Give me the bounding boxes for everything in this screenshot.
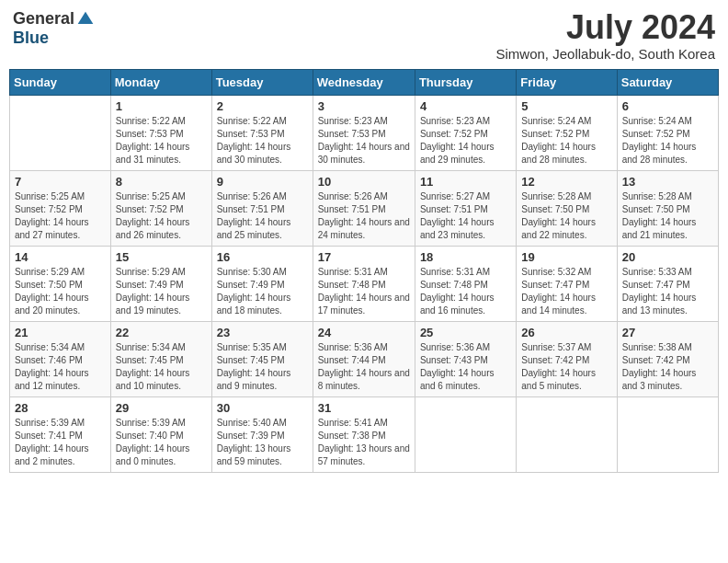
day-number: 16 bbox=[217, 250, 308, 264]
day-info: Sunrise: 5:34 AM Sunset: 7:46 PM Dayligh… bbox=[15, 341, 106, 393]
calendar-cell: 24Sunrise: 5:36 AM Sunset: 7:44 PM Dayli… bbox=[313, 321, 415, 396]
calendar-table: SundayMondayTuesdayWednesdayThursdayFrid… bbox=[9, 69, 719, 473]
calendar-cell: 22Sunrise: 5:34 AM Sunset: 7:45 PM Dayli… bbox=[110, 321, 211, 396]
calendar-cell: 25Sunrise: 5:36 AM Sunset: 7:43 PM Dayli… bbox=[415, 321, 516, 396]
day-info: Sunrise: 5:22 AM Sunset: 7:53 PM Dayligh… bbox=[217, 115, 308, 167]
day-info: Sunrise: 5:25 AM Sunset: 7:52 PM Dayligh… bbox=[116, 190, 207, 242]
day-number: 8 bbox=[116, 175, 207, 189]
location-title: Simwon, Jeollabuk-do, South Korea bbox=[496, 46, 715, 62]
logo: General Blue bbox=[13, 9, 95, 48]
day-number: 4 bbox=[420, 99, 511, 113]
day-number: 17 bbox=[318, 250, 410, 264]
day-number: 9 bbox=[217, 175, 308, 189]
day-info: Sunrise: 5:29 AM Sunset: 7:49 PM Dayligh… bbox=[116, 266, 207, 317]
calendar-week-2: 7Sunrise: 5:25 AM Sunset: 7:52 PM Daylig… bbox=[10, 170, 719, 246]
day-info: Sunrise: 5:26 AM Sunset: 7:51 PM Dayligh… bbox=[217, 190, 308, 242]
calendar-cell: 8Sunrise: 5:25 AM Sunset: 7:52 PM Daylig… bbox=[110, 170, 211, 246]
day-info: Sunrise: 5:37 AM Sunset: 7:42 PM Dayligh… bbox=[521, 341, 611, 393]
svg-marker-0 bbox=[78, 11, 94, 23]
calendar-week-3: 14Sunrise: 5:29 AM Sunset: 7:50 PM Dayli… bbox=[10, 246, 719, 321]
calendar-cell: 3Sunrise: 5:23 AM Sunset: 7:53 PM Daylig… bbox=[313, 95, 415, 170]
calendar-cell: 23Sunrise: 5:35 AM Sunset: 7:45 PM Dayli… bbox=[211, 321, 313, 396]
day-info: Sunrise: 5:34 AM Sunset: 7:45 PM Dayligh… bbox=[116, 341, 207, 393]
weekday-header-saturday: Saturday bbox=[617, 69, 718, 95]
day-info: Sunrise: 5:32 AM Sunset: 7:47 PM Dayligh… bbox=[521, 266, 611, 317]
day-info: Sunrise: 5:25 AM Sunset: 7:52 PM Dayligh… bbox=[15, 190, 106, 242]
day-number: 24 bbox=[318, 326, 410, 339]
day-info: Sunrise: 5:31 AM Sunset: 7:48 PM Dayligh… bbox=[420, 266, 511, 317]
calendar-cell: 21Sunrise: 5:34 AM Sunset: 7:46 PM Dayli… bbox=[10, 321, 111, 396]
calendar-cell: 18Sunrise: 5:31 AM Sunset: 7:48 PM Dayli… bbox=[415, 246, 516, 321]
calendar-week-1: 1Sunrise: 5:22 AM Sunset: 7:53 PM Daylig… bbox=[10, 95, 719, 170]
day-number: 10 bbox=[318, 175, 410, 189]
calendar-cell: 9Sunrise: 5:26 AM Sunset: 7:51 PM Daylig… bbox=[211, 170, 313, 246]
day-info: Sunrise: 5:39 AM Sunset: 7:41 PM Dayligh… bbox=[15, 417, 106, 468]
day-number: 7 bbox=[15, 175, 106, 189]
day-info: Sunrise: 5:23 AM Sunset: 7:52 PM Dayligh… bbox=[420, 115, 511, 167]
day-number: 12 bbox=[521, 175, 611, 189]
logo-icon bbox=[76, 10, 95, 29]
day-info: Sunrise: 5:24 AM Sunset: 7:52 PM Dayligh… bbox=[622, 115, 713, 167]
calendar-cell: 6Sunrise: 5:24 AM Sunset: 7:52 PM Daylig… bbox=[617, 95, 718, 170]
day-number: 31 bbox=[318, 401, 410, 415]
weekday-header-thursday: Thursday bbox=[415, 69, 516, 95]
weekday-header-tuesday: Tuesday bbox=[211, 69, 313, 95]
day-number: 19 bbox=[521, 250, 611, 264]
day-number: 29 bbox=[116, 401, 207, 415]
day-number: 18 bbox=[420, 250, 511, 264]
day-number: 2 bbox=[217, 99, 308, 113]
calendar-cell: 2Sunrise: 5:22 AM Sunset: 7:53 PM Daylig… bbox=[211, 95, 313, 170]
day-number: 5 bbox=[521, 99, 611, 113]
calendar-cell: 7Sunrise: 5:25 AM Sunset: 7:52 PM Daylig… bbox=[10, 170, 111, 246]
day-number: 23 bbox=[217, 326, 308, 339]
logo-general: General bbox=[13, 9, 74, 29]
day-info: Sunrise: 5:41 AM Sunset: 7:38 PM Dayligh… bbox=[318, 417, 410, 468]
page-header: General Blue July 2024 Simwon, Jeollabuk… bbox=[9, 9, 719, 62]
calendar-cell: 12Sunrise: 5:28 AM Sunset: 7:50 PM Dayli… bbox=[517, 170, 617, 246]
day-number: 6 bbox=[622, 99, 713, 113]
day-info: Sunrise: 5:33 AM Sunset: 7:47 PM Dayligh… bbox=[622, 266, 713, 317]
calendar-cell: 15Sunrise: 5:29 AM Sunset: 7:49 PM Dayli… bbox=[110, 246, 211, 321]
calendar-week-5: 28Sunrise: 5:39 AM Sunset: 7:41 PM Dayli… bbox=[10, 396, 719, 472]
day-info: Sunrise: 5:23 AM Sunset: 7:53 PM Dayligh… bbox=[318, 115, 410, 167]
calendar-cell: 19Sunrise: 5:32 AM Sunset: 7:47 PM Dayli… bbox=[517, 246, 617, 321]
calendar-cell: 16Sunrise: 5:30 AM Sunset: 7:49 PM Dayli… bbox=[211, 246, 313, 321]
calendar-cell: 4Sunrise: 5:23 AM Sunset: 7:52 PM Daylig… bbox=[415, 95, 516, 170]
calendar-cell: 17Sunrise: 5:31 AM Sunset: 7:48 PM Dayli… bbox=[313, 246, 415, 321]
day-number: 1 bbox=[116, 99, 207, 113]
day-info: Sunrise: 5:39 AM Sunset: 7:40 PM Dayligh… bbox=[116, 417, 207, 468]
day-info: Sunrise: 5:26 AM Sunset: 7:51 PM Dayligh… bbox=[318, 190, 410, 242]
day-info: Sunrise: 5:30 AM Sunset: 7:49 PM Dayligh… bbox=[217, 266, 308, 317]
day-number: 26 bbox=[521, 326, 611, 339]
day-info: Sunrise: 5:28 AM Sunset: 7:50 PM Dayligh… bbox=[521, 190, 611, 242]
calendar-cell: 13Sunrise: 5:28 AM Sunset: 7:50 PM Dayli… bbox=[617, 170, 718, 246]
day-info: Sunrise: 5:35 AM Sunset: 7:45 PM Dayligh… bbox=[217, 341, 308, 393]
day-info: Sunrise: 5:36 AM Sunset: 7:43 PM Dayligh… bbox=[420, 341, 511, 393]
day-number: 15 bbox=[116, 250, 207, 264]
day-number: 13 bbox=[622, 175, 713, 189]
calendar-cell: 10Sunrise: 5:26 AM Sunset: 7:51 PM Dayli… bbox=[313, 170, 415, 246]
calendar-cell: 14Sunrise: 5:29 AM Sunset: 7:50 PM Dayli… bbox=[10, 246, 111, 321]
day-info: Sunrise: 5:24 AM Sunset: 7:52 PM Dayligh… bbox=[521, 115, 611, 167]
title-section: July 2024 Simwon, Jeollabuk-do, South Ko… bbox=[496, 9, 715, 62]
day-number: 22 bbox=[116, 326, 207, 339]
calendar-cell: 28Sunrise: 5:39 AM Sunset: 7:41 PM Dayli… bbox=[10, 396, 111, 472]
day-info: Sunrise: 5:40 AM Sunset: 7:39 PM Dayligh… bbox=[217, 417, 308, 468]
day-number: 14 bbox=[15, 250, 106, 264]
month-title: July 2024 bbox=[496, 9, 715, 46]
day-info: Sunrise: 5:29 AM Sunset: 7:50 PM Dayligh… bbox=[15, 266, 106, 317]
day-number: 27 bbox=[622, 326, 713, 339]
weekday-header-row: SundayMondayTuesdayWednesdayThursdayFrid… bbox=[10, 69, 719, 95]
calendar-cell: 1Sunrise: 5:22 AM Sunset: 7:53 PM Daylig… bbox=[110, 95, 211, 170]
calendar-cell: 20Sunrise: 5:33 AM Sunset: 7:47 PM Dayli… bbox=[617, 246, 718, 321]
calendar-cell: 31Sunrise: 5:41 AM Sunset: 7:38 PM Dayli… bbox=[313, 396, 415, 472]
logo-blue: Blue bbox=[13, 29, 49, 48]
weekday-header-monday: Monday bbox=[110, 69, 211, 95]
calendar-cell bbox=[415, 396, 516, 472]
day-info: Sunrise: 5:36 AM Sunset: 7:44 PM Dayligh… bbox=[318, 341, 410, 393]
calendar-cell: 30Sunrise: 5:40 AM Sunset: 7:39 PM Dayli… bbox=[211, 396, 313, 472]
day-number: 28 bbox=[15, 401, 106, 415]
weekday-header-friday: Friday bbox=[517, 69, 617, 95]
day-number: 3 bbox=[318, 99, 410, 113]
calendar-cell: 11Sunrise: 5:27 AM Sunset: 7:51 PM Dayli… bbox=[415, 170, 516, 246]
